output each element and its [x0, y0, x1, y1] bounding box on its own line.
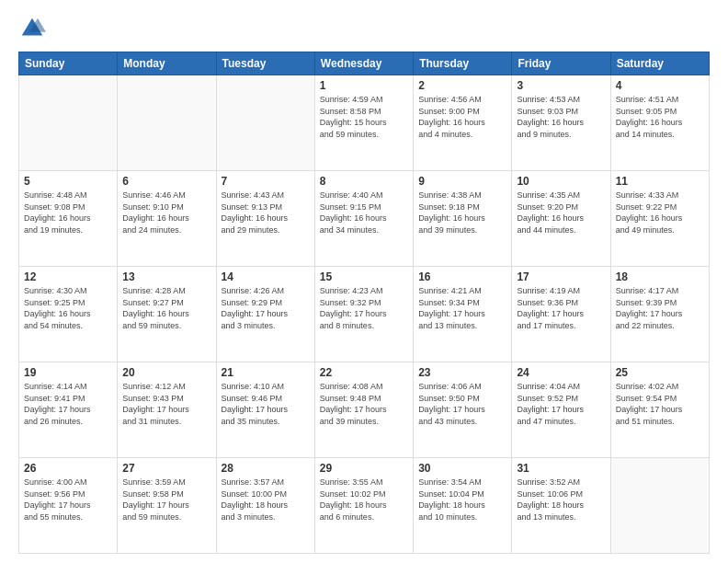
calendar-cell: 3Sunrise: 4:53 AM Sunset: 9:03 PM Daylig…	[512, 75, 610, 171]
day-info: Sunrise: 3:57 AM Sunset: 10:00 PM Daylig…	[222, 477, 310, 523]
day-info: Sunrise: 3:55 AM Sunset: 10:02 PM Daylig…	[320, 477, 408, 523]
day-number: 5	[24, 175, 112, 188]
calendar-cell: 28Sunrise: 3:57 AM Sunset: 10:00 PM Dayl…	[216, 458, 314, 554]
day-info: Sunrise: 4:53 AM Sunset: 9:03 PM Dayligh…	[517, 94, 605, 140]
day-info: Sunrise: 4:21 AM Sunset: 9:34 PM Dayligh…	[418, 285, 506, 331]
week-row-0: 1Sunrise: 4:59 AM Sunset: 8:58 PM Daylig…	[19, 75, 710, 171]
calendar-cell	[19, 75, 118, 171]
day-info: Sunrise: 4:12 AM Sunset: 9:43 PM Dayligh…	[122, 381, 210, 427]
day-number: 20	[122, 366, 210, 379]
day-number: 27	[122, 462, 210, 475]
page: SundayMondayTuesdayWednesdayThursdayFrid…	[0, 0, 728, 563]
calendar-cell: 26Sunrise: 4:00 AM Sunset: 9:56 PM Dayli…	[19, 458, 118, 554]
calendar-cell: 6Sunrise: 4:46 AM Sunset: 9:10 PM Daylig…	[118, 171, 216, 267]
day-number: 13	[122, 270, 210, 283]
week-row-1: 5Sunrise: 4:48 AM Sunset: 9:08 PM Daylig…	[19, 171, 710, 267]
day-info: Sunrise: 4:00 AM Sunset: 9:56 PM Dayligh…	[24, 477, 112, 523]
day-info: Sunrise: 4:30 AM Sunset: 9:25 PM Dayligh…	[24, 285, 112, 331]
logo	[18, 15, 50, 42]
day-number: 17	[517, 270, 605, 283]
day-number: 4	[616, 79, 704, 92]
calendar-cell: 17Sunrise: 4:19 AM Sunset: 9:36 PM Dayli…	[512, 267, 610, 362]
weekday-header-sunday: Sunday	[19, 52, 118, 75]
calendar-cell: 7Sunrise: 4:43 AM Sunset: 9:13 PM Daylig…	[216, 171, 314, 267]
day-number: 15	[320, 270, 408, 283]
calendar-cell: 14Sunrise: 4:26 AM Sunset: 9:29 PM Dayli…	[216, 267, 314, 362]
calendar-cell: 13Sunrise: 4:28 AM Sunset: 9:27 PM Dayli…	[118, 267, 216, 362]
header	[18, 15, 710, 42]
day-number: 12	[24, 270, 112, 283]
calendar-cell: 15Sunrise: 4:23 AM Sunset: 9:32 PM Dayli…	[314, 267, 413, 362]
day-number: 26	[24, 462, 112, 475]
day-number: 22	[320, 366, 408, 379]
day-number: 24	[517, 366, 605, 379]
day-info: Sunrise: 4:17 AM Sunset: 9:39 PM Dayligh…	[616, 285, 704, 331]
day-info: Sunrise: 4:59 AM Sunset: 8:58 PM Dayligh…	[320, 94, 408, 140]
weekday-header-row: SundayMondayTuesdayWednesdayThursdayFrid…	[19, 52, 710, 75]
calendar-cell: 21Sunrise: 4:10 AM Sunset: 9:46 PM Dayli…	[216, 362, 314, 458]
calendar-cell	[610, 458, 709, 554]
day-info: Sunrise: 4:43 AM Sunset: 9:13 PM Dayligh…	[222, 190, 310, 236]
day-info: Sunrise: 4:04 AM Sunset: 9:52 PM Dayligh…	[517, 381, 605, 427]
calendar-table: SundayMondayTuesdayWednesdayThursdayFrid…	[18, 52, 710, 554]
day-number: 2	[418, 79, 506, 92]
calendar-cell: 4Sunrise: 4:51 AM Sunset: 9:05 PM Daylig…	[610, 75, 709, 171]
day-number: 3	[517, 79, 605, 92]
calendar-cell: 5Sunrise: 4:48 AM Sunset: 9:08 PM Daylig…	[19, 171, 118, 267]
day-info: Sunrise: 3:59 AM Sunset: 9:58 PM Dayligh…	[122, 477, 210, 523]
day-info: Sunrise: 4:40 AM Sunset: 9:15 PM Dayligh…	[320, 190, 408, 236]
calendar-cell: 18Sunrise: 4:17 AM Sunset: 9:39 PM Dayli…	[610, 267, 709, 362]
calendar-cell: 24Sunrise: 4:04 AM Sunset: 9:52 PM Dayli…	[512, 362, 610, 458]
day-info: Sunrise: 4:14 AM Sunset: 9:41 PM Dayligh…	[24, 381, 112, 427]
day-number: 9	[418, 175, 506, 188]
day-info: Sunrise: 4:08 AM Sunset: 9:48 PM Dayligh…	[320, 381, 408, 427]
day-number: 14	[222, 270, 310, 283]
day-number: 1	[320, 79, 408, 92]
day-number: 7	[222, 175, 310, 188]
day-info: Sunrise: 4:48 AM Sunset: 9:08 PM Dayligh…	[24, 190, 112, 236]
calendar-cell: 20Sunrise: 4:12 AM Sunset: 9:43 PM Dayli…	[118, 362, 216, 458]
day-number: 30	[418, 462, 506, 475]
calendar-cell: 29Sunrise: 3:55 AM Sunset: 10:02 PM Dayl…	[314, 458, 413, 554]
calendar-cell: 16Sunrise: 4:21 AM Sunset: 9:34 PM Dayli…	[414, 267, 512, 362]
calendar-cell: 19Sunrise: 4:14 AM Sunset: 9:41 PM Dayli…	[19, 362, 118, 458]
calendar-body: 1Sunrise: 4:59 AM Sunset: 8:58 PM Daylig…	[19, 75, 710, 554]
week-row-4: 26Sunrise: 4:00 AM Sunset: 9:56 PM Dayli…	[19, 458, 710, 554]
calendar-cell: 10Sunrise: 4:35 AM Sunset: 9:20 PM Dayli…	[512, 171, 610, 267]
day-number: 18	[616, 270, 704, 283]
calendar-cell: 25Sunrise: 4:02 AM Sunset: 9:54 PM Dayli…	[610, 362, 709, 458]
day-info: Sunrise: 4:26 AM Sunset: 9:29 PM Dayligh…	[222, 285, 310, 331]
calendar-cell: 2Sunrise: 4:56 AM Sunset: 9:00 PM Daylig…	[414, 75, 512, 171]
day-number: 23	[418, 366, 506, 379]
calendar-cell: 12Sunrise: 4:30 AM Sunset: 9:25 PM Dayli…	[19, 267, 118, 362]
week-row-2: 12Sunrise: 4:30 AM Sunset: 9:25 PM Dayli…	[19, 267, 710, 362]
day-info: Sunrise: 4:38 AM Sunset: 9:18 PM Dayligh…	[418, 190, 506, 236]
day-number: 16	[418, 270, 506, 283]
day-number: 29	[320, 462, 408, 475]
day-info: Sunrise: 4:51 AM Sunset: 9:05 PM Dayligh…	[616, 94, 704, 140]
day-number: 10	[517, 175, 605, 188]
day-number: 19	[24, 366, 112, 379]
day-number: 8	[320, 175, 408, 188]
calendar-cell: 23Sunrise: 4:06 AM Sunset: 9:50 PM Dayli…	[414, 362, 512, 458]
weekday-header-wednesday: Wednesday	[314, 52, 413, 75]
day-info: Sunrise: 4:23 AM Sunset: 9:32 PM Dayligh…	[320, 285, 408, 331]
calendar-cell: 8Sunrise: 4:40 AM Sunset: 9:15 PM Daylig…	[314, 171, 413, 267]
calendar-cell: 31Sunrise: 3:52 AM Sunset: 10:06 PM Dayl…	[512, 458, 610, 554]
day-info: Sunrise: 4:56 AM Sunset: 9:00 PM Dayligh…	[418, 94, 506, 140]
calendar-cell: 30Sunrise: 3:54 AM Sunset: 10:04 PM Dayl…	[414, 458, 512, 554]
calendar-cell: 27Sunrise: 3:59 AM Sunset: 9:58 PM Dayli…	[118, 458, 216, 554]
day-info: Sunrise: 4:33 AM Sunset: 9:22 PM Dayligh…	[616, 190, 704, 236]
calendar-cell	[118, 75, 216, 171]
day-number: 6	[122, 175, 210, 188]
calendar-cell: 11Sunrise: 4:33 AM Sunset: 9:22 PM Dayli…	[610, 171, 709, 267]
calendar-cell: 1Sunrise: 4:59 AM Sunset: 8:58 PM Daylig…	[314, 75, 413, 171]
day-info: Sunrise: 4:10 AM Sunset: 9:46 PM Dayligh…	[222, 381, 310, 427]
day-info: Sunrise: 4:28 AM Sunset: 9:27 PM Dayligh…	[122, 285, 210, 331]
weekday-header-monday: Monday	[118, 52, 216, 75]
day-info: Sunrise: 4:35 AM Sunset: 9:20 PM Dayligh…	[517, 190, 605, 236]
day-info: Sunrise: 3:54 AM Sunset: 10:04 PM Daylig…	[418, 477, 506, 523]
day-number: 28	[222, 462, 310, 475]
weekday-header-tuesday: Tuesday	[216, 52, 314, 75]
day-number: 25	[616, 366, 704, 379]
